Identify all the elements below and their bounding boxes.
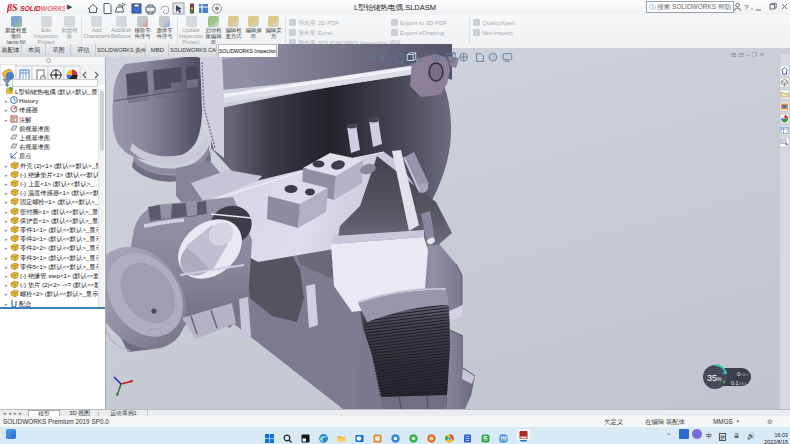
svg-text:?: ? — [744, 3, 749, 12]
svg-text:SOLIDWORKS: SOLIDWORKS — [20, 5, 65, 12]
svg-text:0.1KB/s: 0.1KB/s — [731, 380, 747, 386]
svg-text:βS: βS — [7, 2, 18, 13]
svg-text:0KB/s: 0KB/s — [737, 371, 749, 377]
